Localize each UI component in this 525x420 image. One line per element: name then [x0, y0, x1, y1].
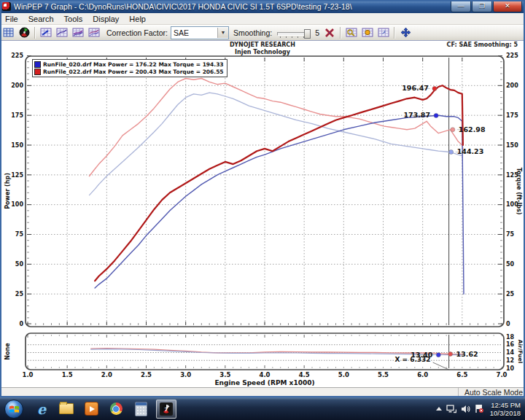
svg-text:None: None [4, 343, 11, 360]
taskbar-explorer-icon[interactable] [57, 400, 76, 418]
svg-text:10: 10 [506, 365, 515, 372]
svg-text:196.47: 196.47 [402, 84, 429, 92]
svg-text:75: 75 [15, 231, 24, 238]
svg-text:2.5: 2.5 [141, 371, 152, 378]
clock-date: 10/3/2018 [490, 409, 521, 417]
taskbar-winpep-icon[interactable]: 7 [156, 400, 176, 419]
taskbar-chrome-icon[interactable] [106, 400, 125, 418]
svg-text:7: 7 [165, 406, 168, 412]
legend-label: RunFile_022.drf Max Power = 200.43 Max T… [43, 69, 224, 75]
svg-text:200: 200 [11, 82, 23, 89]
taskbar-ie-icon[interactable]: e [32, 400, 51, 418]
svg-text:4.0: 4.0 [259, 371, 270, 378]
correction-smoothing-readout: CF: SAE Smoothing: 5 [447, 42, 518, 48]
svg-text:150: 150 [506, 142, 518, 149]
network-icon[interactable] [446, 405, 456, 413]
svg-text:4.5: 4.5 [299, 371, 310, 378]
svg-text:3.5: 3.5 [219, 371, 230, 378]
desktop-screen: WinPEP 7 Graph - C:\DynoRuns\HONDA\CIVIC… [0, 0, 525, 420]
legend-color-chip [34, 61, 41, 68]
run-legend[interactable]: RunFile_020.drf Max Power = 176.22 Max T… [32, 59, 228, 77]
svg-text:18: 18 [506, 334, 515, 341]
taskbar: e 7 12:45 PM 10/3/2018 [0, 397, 525, 420]
svg-text:162.98: 162.98 [459, 125, 486, 133]
svg-text:144.23: 144.23 [457, 147, 484, 155]
legend-row: RunFile_022.drf Max Power = 200.43 Max T… [34, 68, 224, 75]
svg-text:16: 16 [506, 341, 515, 348]
volume-icon[interactable] [461, 405, 470, 413]
scale-mode-status: Auto Scale Mode [458, 388, 523, 397]
svg-text:2.0: 2.0 [101, 371, 112, 378]
svg-text:Power (hp): Power (hp) [4, 173, 11, 209]
svg-text:175: 175 [506, 112, 518, 119]
taskbar-calculator-icon[interactable] [131, 400, 150, 418]
svg-text:6.0: 6.0 [417, 371, 428, 378]
svg-text:0: 0 [506, 321, 510, 327]
status-bar: Auto Scale Mode [0, 387, 525, 398]
svg-text:6.5: 6.5 [456, 371, 467, 378]
action-center-flag-icon[interactable] [475, 404, 483, 413]
svg-text:5.5: 5.5 [378, 371, 389, 378]
taskbar-clock[interactable]: 12:45 PM 10/3/2018 [490, 401, 521, 417]
svg-text:25: 25 [15, 291, 24, 298]
show-hidden-icons-arrow-icon[interactable] [436, 407, 442, 411]
taskbar-media-player-icon[interactable] [82, 400, 101, 418]
svg-text:100: 100 [11, 201, 23, 208]
system-tray: 12:45 PM 10/3/2018 [434, 397, 524, 420]
legend-row: RunFile_020.drf Max Power = 176.22 Max T… [34, 61, 224, 68]
legend-color-chip [34, 69, 41, 75]
chart-subtitle: Injen Technology [0, 49, 525, 56]
svg-text:1.0: 1.0 [22, 371, 33, 378]
svg-text:12: 12 [506, 357, 514, 364]
svg-text:0: 0 [19, 321, 23, 327]
svg-text:175: 175 [11, 112, 23, 119]
svg-text:5.0: 5.0 [338, 371, 349, 378]
svg-text:50: 50 [15, 261, 24, 268]
clock-time: 12:45 PM [490, 401, 521, 409]
svg-text:X = 6.332: X = 6.332 [394, 356, 430, 363]
svg-text:173.87: 173.87 [403, 111, 430, 119]
svg-text:75: 75 [506, 231, 515, 238]
svg-text:14: 14 [506, 349, 515, 356]
svg-text:50: 50 [506, 261, 515, 268]
svg-text:13.62: 13.62 [456, 350, 478, 358]
svg-text:7.0: 7.0 [496, 371, 507, 378]
svg-text:Engine Speed (RPM x1000): Engine Speed (RPM x1000) [214, 379, 314, 386]
svg-text:150: 150 [11, 142, 23, 149]
start-button[interactable] [4, 400, 23, 419]
svg-text:1.5: 1.5 [62, 371, 73, 378]
svg-text:25: 25 [506, 291, 515, 298]
svg-text:200: 200 [506, 82, 518, 89]
svg-text:125: 125 [11, 172, 23, 179]
svg-text:Torque (ft-lbs): Torque (ft-lbs) [516, 168, 522, 215]
svg-text:Air/Fuel: Air/Fuel [517, 340, 524, 364]
legend-label: RunFile_020.drf Max Power = 176.22 Max T… [43, 61, 224, 68]
svg-text:3.0: 3.0 [180, 371, 191, 378]
